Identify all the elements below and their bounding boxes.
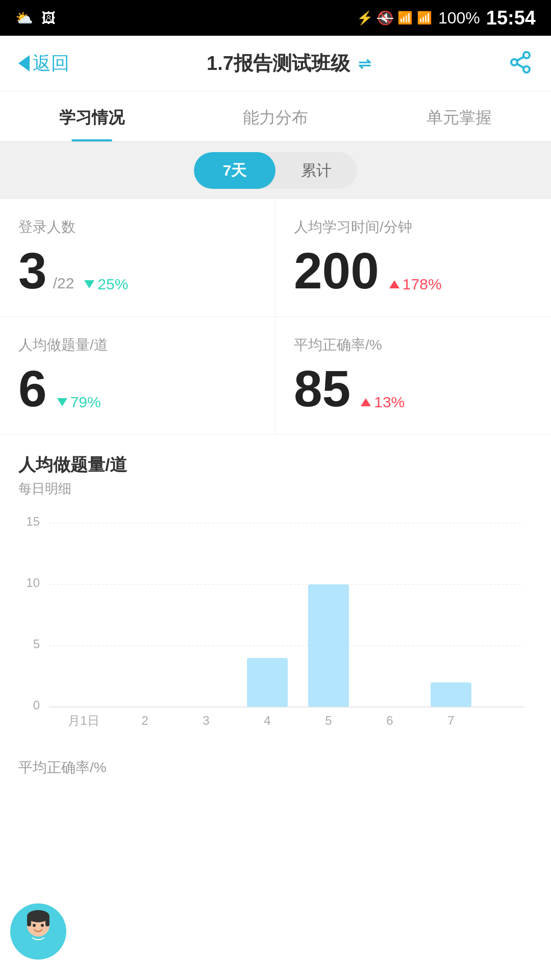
back-arrow-icon — [18, 55, 30, 71]
tabs: 学习情况 能力分布 单元掌握 — [0, 91, 551, 142]
status-left: ⛅ 🖼 — [15, 10, 56, 27]
stat-login-change: 25% — [84, 276, 128, 293]
stat-study-time-number: 200 — [294, 245, 379, 296]
svg-text:月1日: 月1日 — [68, 714, 99, 727]
title-text: 1.7报告测试班级 — [207, 51, 350, 77]
svg-rect-19 — [247, 658, 288, 707]
svg-line-4 — [517, 57, 524, 61]
svg-text:6: 6 — [386, 714, 393, 727]
image-icon: 🖼 — [41, 10, 56, 27]
svg-text:10: 10 — [26, 576, 40, 590]
stat-login-number: 3 — [18, 245, 47, 296]
header: 返回 1.7报告测试班级 ⇌ — [0, 36, 551, 91]
svg-text:4: 4 — [264, 714, 270, 727]
stat-login-label: 登录人数 — [18, 217, 257, 237]
tab-ability[interactable]: 能力分布 — [184, 91, 367, 141]
bluetooth-icon: ⚡ — [357, 10, 373, 26]
toggle-group: 7天 累计 — [194, 152, 357, 189]
stat-study-time-value-row: 200 178% — [294, 245, 533, 296]
stat-study-time-label: 人均学习时间/分钟 — [294, 217, 533, 237]
svg-text:2: 2 — [141, 714, 148, 727]
wifi-icon: 📶 — [397, 11, 413, 25]
chart-section: 人均做题量/道 每日明细 15 10 5 0 月1日 2 — [0, 435, 551, 748]
arrow-down-icon — [84, 280, 94, 288]
arrow-up-icon — [389, 280, 399, 288]
stat-login-value-row: 3 /22 25% — [18, 245, 257, 296]
svg-text:5: 5 — [33, 637, 40, 651]
stat-accuracy-change: 13% — [361, 394, 405, 411]
stats-grid: 登录人数 3 /22 25% 人均学习时间/分钟 200 178% 人均做题量/… — [0, 199, 551, 435]
share-button[interactable] — [508, 50, 533, 77]
toggle-total[interactable]: 累计 — [276, 152, 357, 189]
toggle-7days[interactable]: 7天 — [194, 152, 276, 189]
svg-text:0: 0 — [33, 698, 40, 712]
tab-study[interactable]: 学习情况 — [0, 91, 184, 141]
stat-questions-label: 人均做题量/道 — [18, 335, 257, 355]
stat-questions: 人均做题量/道 6 79% — [0, 316, 276, 434]
stat-accuracy-label: 平均正确率/% — [294, 335, 533, 355]
svg-rect-25 — [431, 682, 471, 707]
stat-accuracy: 平均正确率/% 85 13% — [276, 316, 551, 434]
stat-accuracy-value-row: 85 13% — [294, 363, 533, 414]
svg-text:5: 5 — [325, 714, 332, 727]
chart-subtitle: 每日明细 — [18, 480, 533, 498]
svg-rect-21 — [308, 584, 349, 707]
chart-title: 人均做题量/道 — [18, 453, 533, 477]
weather-icon: ⛅ — [15, 10, 33, 27]
time-label: 15:54 — [486, 7, 536, 29]
stat-study-time-change: 178% — [389, 276, 442, 293]
back-label: 返回 — [33, 51, 69, 76]
svg-rect-31 — [45, 916, 49, 926]
back-button[interactable]: 返回 — [18, 51, 69, 76]
bottom-label: 平均正确率/% — [0, 748, 551, 777]
svg-rect-30 — [27, 916, 31, 926]
signal-icon: 📶 — [417, 11, 432, 25]
svg-point-33 — [41, 924, 44, 927]
svg-text:15: 15 — [26, 514, 40, 528]
status-bar: ⛅ 🖼 ⚡ 🔇 📶 📶 100% 15:54 — [0, 0, 551, 36]
stat-questions-change: 79% — [57, 394, 101, 411]
stat-questions-value-row: 6 79% — [18, 363, 257, 414]
toggle-container: 7天 累计 — [0, 142, 551, 199]
status-icons: ⚡ 🔇 📶 📶 — [357, 10, 432, 26]
arrow-down-icon2 — [57, 398, 67, 406]
svg-line-3 — [517, 64, 524, 68]
bar-chart: 15 10 5 0 月1日 2 3 4 5 — [18, 513, 533, 748]
stat-study-time: 人均学习时间/分钟 200 178% — [276, 199, 551, 316]
tab-unit[interactable]: 单元掌握 — [367, 91, 551, 141]
battery-label: 100% — [438, 9, 480, 28]
stat-questions-number: 6 — [18, 363, 47, 414]
shuffle-icon[interactable]: ⇌ — [358, 55, 371, 72]
svg-text:7: 7 — [447, 714, 454, 727]
svg-point-32 — [33, 924, 36, 927]
stat-accuracy-number: 85 — [294, 363, 350, 414]
arrow-up-icon2 — [361, 398, 371, 406]
header-title: 1.7报告测试班级 ⇌ — [207, 51, 371, 77]
chart-area: 15 10 5 0 月1日 2 3 4 5 — [18, 513, 533, 748]
user-avatar[interactable] — [10, 903, 66, 960]
svg-text:3: 3 — [203, 714, 209, 727]
mute-icon: 🔇 — [377, 10, 393, 26]
stat-login-sub: /22 — [53, 275, 74, 292]
stat-login-count: 登录人数 3 /22 25% — [0, 199, 276, 316]
status-right: ⚡ 🔇 📶 📶 100% 15:54 — [357, 7, 536, 29]
